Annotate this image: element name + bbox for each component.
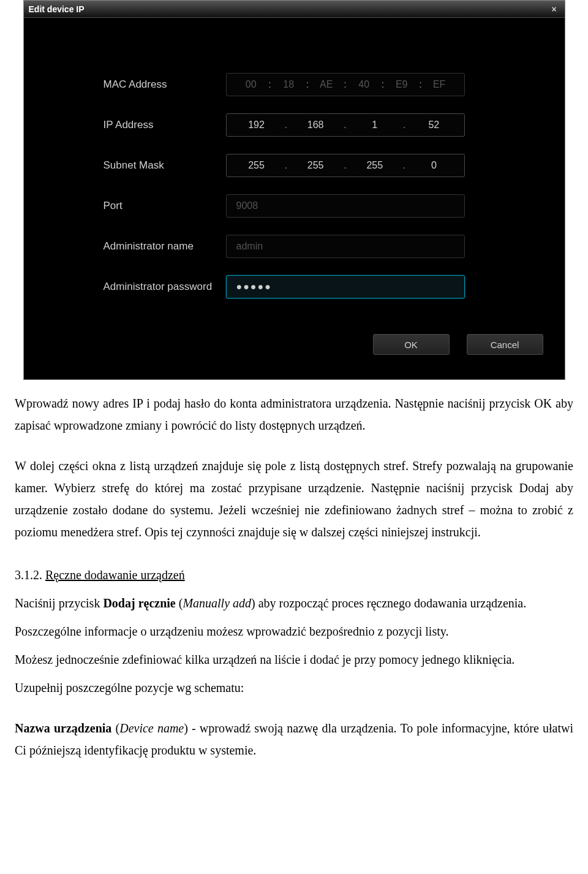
admin-pw-value: ●●●●● (236, 281, 272, 292)
mac-sep: : (419, 79, 421, 90)
ip-sep: . (344, 120, 346, 131)
h-text: Ręczne dodawanie urządzeń (45, 568, 185, 582)
ip-row: IP Address 192 . 168 . 1 . 52 (24, 113, 565, 137)
dialog-content: MAC Address 00 : 18 : AE : 40 : E9 : EF … (24, 18, 565, 379)
subnet-row: Subnet Mask 255 . 255 . 255 . 0 (24, 154, 565, 177)
admin-pw-field[interactable]: ●●●●● (226, 275, 465, 298)
sn-o2: 255 (303, 160, 328, 171)
admin-name-value: admin (236, 241, 263, 252)
sn-o1: 255 (244, 160, 269, 171)
mac-o5: E9 (390, 79, 414, 90)
subnet-field[interactable]: 255 . 255 . 255 . 0 (226, 154, 465, 177)
ip-o1: 192 (244, 120, 269, 131)
mac-sep: : (344, 79, 346, 90)
admin-name-label: Administrator name (104, 240, 226, 253)
doc-p5: Możesz jednocześnie zdefiniować kilka ur… (15, 648, 573, 671)
mac-label: MAC Address (104, 78, 226, 91)
doc-p6: Uzupełnij poszczególne pozycje wg schema… (15, 677, 573, 699)
doc-p2: W dolej części okna z listą urządzeń zna… (15, 455, 573, 543)
mac-field: 00 : 18 : AE : 40 : E9 : EF (226, 73, 465, 96)
mac-o2: 18 (276, 79, 301, 90)
sn-sep: . (344, 160, 346, 171)
mac-o4: 40 (352, 79, 376, 90)
ip-field[interactable]: 192 . 168 . 1 . 52 (226, 113, 465, 137)
titlebar: Edit device IP × (24, 1, 565, 18)
admin-name-field[interactable]: admin (226, 235, 465, 258)
doc-heading: 3.1.2. Ręczne dodawanie urządzeń (15, 564, 573, 586)
h-num: 3.1.2. (15, 568, 45, 582)
sn-o4: 0 (421, 160, 446, 171)
button-row: OK Cancel (24, 316, 565, 367)
ip-sep: . (403, 120, 405, 131)
mac-o6: EF (427, 79, 451, 90)
port-label: Port (104, 200, 226, 212)
sn-sep: . (285, 160, 287, 171)
cancel-button[interactable]: Cancel (467, 334, 543, 355)
doc-p7: Nazwa urządzenia (Device name) - wprowad… (15, 717, 573, 761)
sn-o3: 255 (363, 160, 387, 171)
admin-name-row: Administrator name admin (24, 235, 565, 258)
port-value: 9008 (236, 200, 258, 211)
mac-o3: AE (314, 79, 339, 90)
doc-p3: Naciśnij przycisk Dodaj ręcznie (Manuall… (15, 592, 573, 614)
ip-o2: 168 (303, 120, 328, 131)
document-text: Wprowadź nowy adres IP i podaj hasło do … (12, 392, 576, 786)
ip-o3: 1 (363, 120, 387, 131)
subnet-label: Subnet Mask (104, 159, 226, 172)
ip-o4: 52 (421, 120, 446, 131)
edit-device-ip-dialog: Edit device IP × MAC Address 00 : 18 : A… (23, 0, 565, 380)
doc-p4: Poszczególne informacje o urządzeniu moż… (15, 620, 573, 642)
admin-pw-label: Administrator password (104, 281, 226, 293)
sn-sep: . (403, 160, 405, 171)
mac-sep: : (382, 79, 384, 90)
port-row: Port 9008 (24, 194, 565, 218)
ok-button[interactable]: OK (373, 334, 450, 355)
doc-p1: Wprowadź nowy adres IP i podaj hasło do … (15, 392, 573, 436)
mac-o1: 00 (239, 79, 263, 90)
mac-row: MAC Address 00 : 18 : AE : 40 : E9 : EF (24, 73, 565, 96)
ip-label: IP Address (104, 119, 226, 131)
admin-pw-row: Administrator password ●●●●● (24, 275, 565, 298)
mac-sep: : (306, 79, 309, 90)
close-icon[interactable]: × (549, 4, 560, 15)
window-title: Edit device IP (29, 4, 85, 14)
port-field[interactable]: 9008 (226, 194, 465, 218)
mac-sep: : (268, 79, 271, 90)
ip-sep: . (285, 120, 287, 131)
